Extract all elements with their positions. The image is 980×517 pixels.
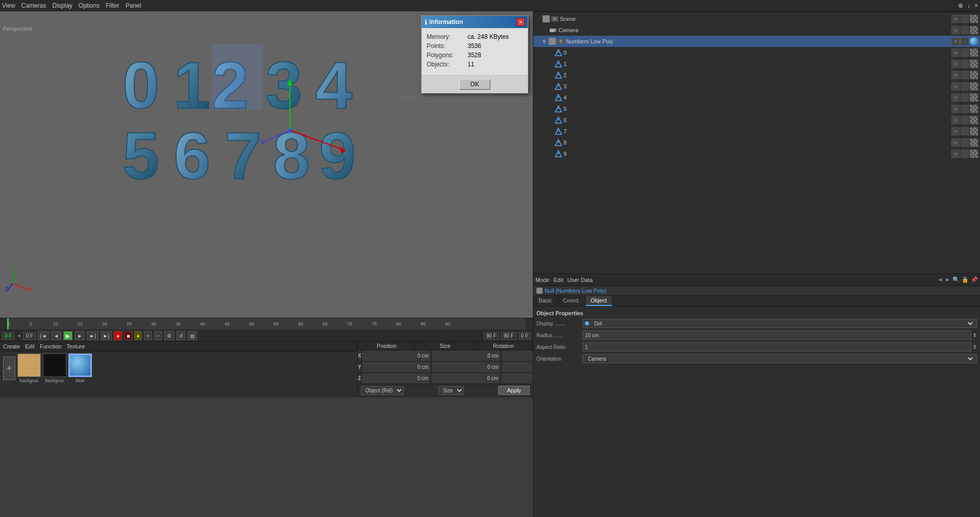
- prop-radius-value[interactable]: 10 cm: [582, 331, 971, 340]
- scene-tree-item-6[interactable]: 6 ⊟ ⋮: [533, 114, 980, 126]
- scene-tree-item-0[interactable]: 0 ⊟ ⋮: [533, 47, 980, 58]
- scene-tree-item-2[interactable]: 2 ⊟ ⋮: [533, 69, 980, 81]
- obj-vis-8[interactable]: ⊟: [951, 138, 960, 147]
- obj-dots-7[interactable]: ⋮: [961, 127, 969, 135]
- scene-tree-item-scene[interactable]: 0 Scene ⊟ ⋮: [533, 13, 980, 25]
- psr-x-size[interactable]: [432, 350, 501, 361]
- psr-z-position[interactable]: [361, 373, 431, 384]
- del-key-button[interactable]: −: [154, 331, 162, 340]
- frame-end-display[interactable]: 90 F: [484, 332, 499, 340]
- expand-button[interactable]: ▤: [187, 331, 197, 340]
- obj-vis-4[interactable]: ⊟: [951, 93, 960, 102]
- frame-right-end[interactable]: 0 F: [519, 332, 531, 340]
- material-texture[interactable]: Texture: [66, 343, 85, 349]
- play-button[interactable]: ▶: [63, 331, 72, 340]
- scene-tree-item-8[interactable]: 8 ⊟ ⋮: [533, 137, 980, 148]
- props-tab-coord[interactable]: Coord.: [558, 296, 585, 306]
- record-button[interactable]: ●: [114, 331, 122, 340]
- swatch-bg1-color[interactable]: [17, 354, 41, 377]
- obj-vis-7[interactable]: ⊟: [951, 127, 960, 135]
- props-back-icon[interactable]: ◄: [937, 276, 943, 283]
- scene-tree-item-4[interactable]: 4 ⊟ ⋮: [533, 92, 980, 103]
- scene-tree-item-1[interactable]: 1 ⊟ ⋮: [533, 58, 980, 69]
- psr-x-position[interactable]: [362, 350, 431, 361]
- obj-vis-3[interactable]: ⊟: [951, 82, 960, 90]
- psr-z-size[interactable]: [431, 373, 501, 384]
- psr-y-position[interactable]: [362, 362, 431, 372]
- swatch-blue-color[interactable]: [68, 354, 92, 377]
- obj-dots-4[interactable]: ⋮: [961, 93, 969, 102]
- prop-aspect-value[interactable]: 1: [582, 342, 971, 351]
- next-key-button[interactable]: ►: [75, 331, 85, 340]
- scene-tree-item-camera[interactable]: Camera ⊟ ⋮: [533, 25, 980, 36]
- obj-dots-1[interactable]: ⋮: [961, 60, 969, 68]
- swatch-background1[interactable]: backgrou: [17, 354, 41, 383]
- props-pin-icon[interactable]: 📌: [971, 276, 978, 283]
- menu-display[interactable]: Display: [52, 2, 72, 9]
- psr-coord-dropdown[interactable]: Object (Rel): [361, 386, 404, 395]
- psr-y-size[interactable]: [432, 362, 501, 372]
- swatch-blue[interactable]: blue: [68, 354, 92, 383]
- obj-vis-9[interactable]: ⊟: [951, 150, 960, 158]
- scene-tree-item-9[interactable]: 9 ⊟ ⋮: [533, 148, 980, 159]
- menu-cameras[interactable]: Cameras: [21, 2, 46, 9]
- obj-dots-0[interactable]: ⋮: [961, 49, 969, 57]
- prev-frame-button[interactable]: |◄: [38, 331, 50, 340]
- obj-dots-9[interactable]: ⋮: [961, 150, 969, 158]
- props-edit[interactable]: Edit: [554, 277, 564, 283]
- obj-dots-6[interactable]: ⋮: [961, 116, 969, 124]
- obj-vis-5[interactable]: ⊟: [951, 105, 960, 113]
- null-dots-icon[interactable]: ⋮: [961, 37, 969, 45]
- prop-orient-select[interactable]: Camera: [585, 356, 974, 362]
- props-lock-icon[interactable]: 🔒: [962, 276, 969, 283]
- scene-tree-item-5[interactable]: 5 ⊟ ⋮: [533, 103, 980, 114]
- add-material-button[interactable]: +: [3, 357, 15, 380]
- info-ok-button[interactable]: OK: [459, 79, 490, 90]
- scene-tree-item-3[interactable]: 3 ⊟ ⋮: [533, 81, 980, 92]
- scene-tree-item-7[interactable]: 7 ⊟ ⋮: [533, 126, 980, 137]
- material-function[interactable]: Function: [40, 343, 61, 349]
- scene-vis-icon[interactable]: ⊟: [951, 15, 960, 23]
- prop-display-select[interactable]: Dot: [591, 320, 974, 327]
- swatch-background2[interactable]: backgrou: [43, 354, 66, 383]
- camera-vis-icon[interactable]: ⊟: [951, 26, 960, 34]
- obj-dots-2[interactable]: ⋮: [961, 71, 969, 79]
- next-frame-button[interactable]: ►|: [87, 331, 99, 340]
- loop-button[interactable]: ↺: [176, 331, 185, 340]
- null-vis-icon[interactable]: ⊟: [951, 37, 960, 45]
- frame-current-display[interactable]: 0 F: [23, 332, 35, 340]
- props-mode[interactable]: Mode: [535, 277, 550, 283]
- props-search-icon[interactable]: 🔍: [952, 276, 960, 283]
- obj-vis-1[interactable]: ⊟: [951, 60, 960, 68]
- settings-button[interactable]: ⚙: [164, 331, 174, 340]
- menu-filter[interactable]: Filter: [106, 2, 119, 9]
- swatch-bg2-color[interactable]: [43, 354, 66, 377]
- add-key-button[interactable]: +: [144, 331, 152, 340]
- key-button[interactable]: ♦: [134, 331, 142, 340]
- obj-dots-5[interactable]: ⋮: [961, 105, 969, 113]
- material-create[interactable]: Create: [3, 343, 20, 349]
- prop-radius-spinner[interactable]: ⬆: [972, 332, 977, 339]
- obj-vis-2[interactable]: ⊟: [951, 71, 960, 79]
- menu-panel[interactable]: Panel: [126, 2, 141, 9]
- menu-view[interactable]: View: [2, 2, 15, 9]
- prop-aspect-spinner[interactable]: ⬆: [972, 344, 977, 350]
- material-edit[interactable]: Edit: [25, 343, 35, 349]
- props-forward-icon[interactable]: ►: [945, 276, 950, 283]
- props-tab-object[interactable]: Object: [585, 296, 612, 306]
- last-frame-button[interactable]: ►|: [101, 331, 112, 340]
- menu-options[interactable]: Options: [79, 2, 100, 9]
- stop-record-button[interactable]: ■: [124, 331, 132, 340]
- prev-key-button[interactable]: ◄: [51, 331, 61, 340]
- apply-button[interactable]: Apply: [498, 386, 530, 395]
- scene-tree-item-null[interactable]: ▼ 0 Numbers Low Poly ⊟ ⋮: [533, 36, 980, 47]
- frame-end-display2[interactable]: 90 F: [501, 332, 517, 340]
- timeline-ruler[interactable]: 0 5 10 15 20 25 30 35 40 45 50 55 60 65 …: [7, 318, 526, 330]
- props-tab-basic[interactable]: Basic: [533, 296, 558, 306]
- scene-dots-icon[interactable]: ⋮: [961, 15, 969, 23]
- obj-vis-6[interactable]: ⊟: [951, 116, 960, 124]
- psr-size-dropdown[interactable]: Size: [438, 386, 464, 395]
- obj-dots-8[interactable]: ⋮: [961, 138, 969, 147]
- frame-start-display[interactable]: 0 F: [2, 332, 14, 340]
- info-dialog-close-button[interactable]: ×: [517, 18, 525, 26]
